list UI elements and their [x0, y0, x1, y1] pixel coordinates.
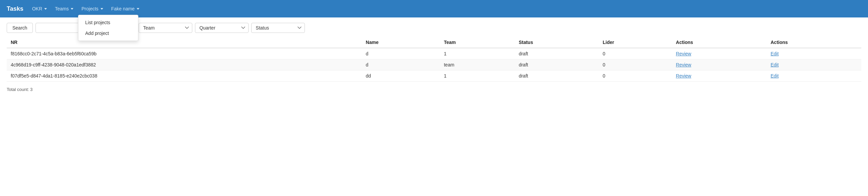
cell-nr: f8168cc0-2c71-4c5a-b83a-6eb5f60ca59b — [7, 48, 362, 59]
cell-team: team — [440, 59, 515, 71]
quarter-filter-select[interactable]: Quarter — [195, 23, 249, 33]
dropdown-item-add-project[interactable]: Add project — [79, 28, 138, 38]
app-title: Tasks — [7, 5, 24, 12]
status-filter-select[interactable]: Status — [251, 23, 305, 33]
chevron-down-icon — [71, 8, 73, 10]
cell-name: d — [362, 48, 440, 59]
cell-action1[interactable]: Review — [672, 48, 767, 59]
edit-link[interactable]: Edit — [771, 62, 779, 67]
review-link[interactable]: Review — [676, 73, 691, 79]
projects-table: NR Name Team Status Lider Actions Action… — [7, 37, 861, 82]
table-row: 4c968d19-c9ff-4238-9048-020a1edf3882 d t… — [7, 59, 861, 71]
nav-item-projects[interactable]: Projects List projects Add project — [78, 4, 106, 13]
nav-item-fakename[interactable]: Fake name — [108, 4, 143, 13]
cell-action2[interactable]: Edit — [767, 59, 861, 71]
cell-nr: f07df5e5-d847-4da1-8185-e240e2cbc038 — [7, 71, 362, 82]
cell-action1[interactable]: Review — [672, 59, 767, 71]
col-header-lider: Lider — [599, 37, 672, 48]
search-button[interactable]: Search — [7, 23, 33, 33]
cell-lider: 0 — [599, 48, 672, 59]
review-link[interactable]: Review — [676, 51, 691, 56]
status-filter-wrapper: Status — [251, 23, 305, 33]
edit-link[interactable]: Edit — [771, 51, 779, 56]
cell-lider: 0 — [599, 71, 672, 82]
col-header-name: Name — [362, 37, 440, 48]
cell-action2[interactable]: Edit — [767, 48, 861, 59]
app-header: Tasks OKR Teams Projects List projects A… — [0, 0, 868, 18]
nav-fakename-label: Fake name — [111, 6, 135, 11]
nav-item-okr[interactable]: OKR — [29, 4, 50, 13]
cell-action2[interactable]: Edit — [767, 71, 861, 82]
chevron-down-icon — [100, 8, 103, 10]
chevron-down-icon — [137, 8, 140, 10]
chevron-down-icon — [44, 8, 47, 10]
total-count: Total count: 3 — [7, 87, 861, 92]
cell-status: draft — [515, 59, 599, 71]
table-row: f8168cc0-2c71-4c5a-b83a-6eb5f60ca59b d 1… — [7, 48, 861, 59]
nav-okr-label: OKR — [32, 6, 42, 11]
cell-action1[interactable]: Review — [672, 71, 767, 82]
team-filter-wrapper: Team — [139, 23, 192, 33]
col-header-actions2: Actions — [767, 37, 861, 48]
col-header-actions1: Actions — [672, 37, 767, 48]
cell-nr: 4c968d19-c9ff-4238-9048-020a1edf3882 — [7, 59, 362, 71]
projects-dropdown-menu: List projects Add project — [78, 15, 138, 41]
cell-lider: 0 — [599, 59, 672, 71]
edit-link[interactable]: Edit — [771, 73, 779, 79]
cell-name: d — [362, 59, 440, 71]
nav-projects-label: Projects — [82, 6, 98, 11]
quarter-filter-wrapper: Quarter — [195, 23, 249, 33]
cell-name: dd — [362, 71, 440, 82]
nav-item-teams[interactable]: Teams — [52, 4, 77, 13]
cell-status: draft — [515, 71, 599, 82]
cell-status: draft — [515, 48, 599, 59]
review-link[interactable]: Review — [676, 62, 691, 67]
col-header-nr: NR — [7, 37, 362, 48]
table-row: f07df5e5-d847-4da1-8185-e240e2cbc038 dd … — [7, 71, 861, 82]
dropdown-item-list-projects[interactable]: List projects — [79, 17, 138, 28]
col-header-team: Team — [440, 37, 515, 48]
col-header-status: Status — [515, 37, 599, 48]
nav-teams-label: Teams — [55, 6, 69, 11]
cell-team: 1 — [440, 48, 515, 59]
cell-team: 1 — [440, 71, 515, 82]
team-filter-select[interactable]: Team — [139, 23, 192, 33]
